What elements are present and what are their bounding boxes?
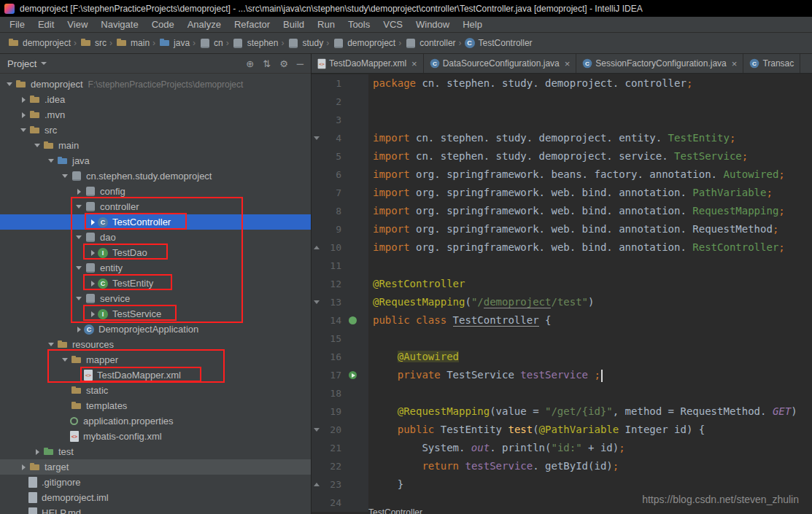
breadcrumb-cn[interactable]: cn <box>198 37 223 49</box>
tree-item-demoproject-iml[interactable]: demoproject.iml <box>0 490 311 505</box>
code-line-text: public class TestController { <box>368 311 551 330</box>
tree-item-application-properties[interactable]: application.properties <box>0 413 311 429</box>
breadcrumb-demoproject[interactable]: demoproject <box>7 37 71 49</box>
tree-item-dao[interactable]: dao <box>0 230 311 245</box>
close-tab-icon[interactable]: × <box>565 58 571 69</box>
menu-navigate[interactable]: Navigate <box>94 17 144 32</box>
code-editor[interactable]: 1package cn. stephen. study. demoproject… <box>312 74 812 514</box>
spring-bean-gutter-icon[interactable] <box>349 316 357 324</box>
tree-item-idea[interactable]: .idea <box>0 92 311 107</box>
tree-item-resources[interactable]: resources <box>0 337 311 352</box>
chevron-collapsed-icon[interactable] <box>74 189 84 195</box>
fold-end-marker-icon[interactable] <box>312 483 321 486</box>
tab-testdaomapper-xml[interactable]: <>TestDaoMapper.xml× <box>312 54 424 73</box>
chevron-expanded-icon[interactable] <box>32 144 42 147</box>
menu-file[interactable]: File <box>3 17 31 32</box>
tree-item-src[interactable]: src <box>0 122 311 138</box>
fold-marker-icon[interactable] <box>312 428 321 432</box>
menu-build[interactable]: Build <box>277 17 311 32</box>
breadcrumb-main[interactable]: main <box>115 37 150 49</box>
close-tab-icon[interactable]: × <box>732 58 738 69</box>
tree-item-testdaomapper-xml[interactable]: <>TestDaoMapper.xml <box>0 367 311 383</box>
tree-item-demoprojectapplication[interactable]: CDemoprojectApplication <box>0 322 311 337</box>
tree-item-service[interactable]: service <box>0 291 311 306</box>
line-number: 16 <box>321 348 341 366</box>
chevron-collapsed-icon[interactable] <box>88 281 98 287</box>
chevron-down-icon[interactable] <box>41 62 47 65</box>
breadcrumb-controller[interactable]: controller <box>404 37 455 49</box>
tree-item-mapper[interactable]: mapper <box>0 352 311 367</box>
chevron-expanded-icon[interactable] <box>74 297 84 300</box>
chevron-collapsed-icon[interactable] <box>32 449 42 455</box>
tree-item-mybatis-config-xml[interactable]: <>mybatis-config.xml <box>0 429 311 444</box>
tree-item-help-md[interactable]: HELP.md <box>0 505 311 514</box>
chevron-expanded-icon[interactable] <box>74 235 84 239</box>
menu-help[interactable]: Help <box>456 17 489 32</box>
menu-code[interactable]: Code <box>145 17 181 32</box>
expand-collapse-icon[interactable]: ⇅ <box>263 58 271 69</box>
breadcrumb-java[interactable]: java <box>158 37 190 49</box>
line-number: 20 <box>321 421 341 439</box>
chevron-expanded-icon[interactable] <box>60 174 70 178</box>
chevron-collapsed-icon[interactable] <box>88 250 98 256</box>
menu-edit[interactable]: Edit <box>31 17 61 32</box>
menu-refactor[interactable]: Refactor <box>228 17 277 32</box>
chevron-expanded-icon[interactable] <box>60 358 70 362</box>
locate-file-icon[interactable]: ⊕ <box>246 58 254 69</box>
menu-view[interactable]: View <box>61 17 94 32</box>
breadcrumb-label: src <box>95 38 107 48</box>
chevron-collapsed-icon[interactable] <box>88 311 98 317</box>
menu-vcs[interactable]: VCS <box>376 17 409 32</box>
breadcrumb-src[interactable]: src <box>80 37 107 49</box>
tree-item-testentity[interactable]: CTestEntity <box>0 276 311 291</box>
tree-item-config[interactable]: config <box>0 184 311 199</box>
code-line: 4import cn. stephen. study. demoproject.… <box>312 129 812 147</box>
tree-item-test[interactable]: test <box>0 444 311 459</box>
tab-sessionfactoryconfiguration-java[interactable]: CSessionFactoryConfiguration.java× <box>576 54 743 73</box>
tree-item-testdao[interactable]: ITestDao <box>0 245 311 260</box>
tree-item-main[interactable]: main <box>0 138 311 153</box>
autowired-dependency-gutter-icon[interactable] <box>349 371 357 379</box>
tree-item-entity[interactable]: entity <box>0 260 311 276</box>
close-tab-icon[interactable]: × <box>411 58 417 69</box>
menu-tools[interactable]: Tools <box>341 17 376 32</box>
tree-item-cn-stephen-study-demoproject[interactable]: cn.stephen.study.demoproject <box>0 168 311 184</box>
breadcrumb-stephen[interactable]: stephen <box>232 37 279 49</box>
project-panel-title[interactable]: Project <box>7 58 36 69</box>
breadcrumb-demoproject[interactable]: demoproject <box>332 37 395 49</box>
chevron-expanded-icon[interactable] <box>46 343 56 346</box>
tree-item-testservice[interactable]: ITestService <box>0 306 311 322</box>
menu-window[interactable]: Window <box>409 17 456 32</box>
tree-item-demoproject[interactable]: demoprojectF:\stephenPracticeProjects\de… <box>0 77 311 92</box>
hide-panel-icon[interactable]: ─ <box>297 58 303 69</box>
tab-transac[interactable]: CTransac <box>743 54 800 73</box>
chevron-expanded-icon[interactable] <box>74 205 84 209</box>
fold-marker-icon[interactable] <box>312 300 321 304</box>
breadcrumb-testcontroller[interactable]: CTestController <box>465 38 533 48</box>
chevron-expanded-icon[interactable] <box>74 266 84 270</box>
tree-item-java[interactable]: java <box>0 153 311 168</box>
tree-item-mvn[interactable]: .mvn <box>0 107 311 122</box>
menu-analyze[interactable]: Analyze <box>181 17 228 32</box>
chevron-collapsed-icon[interactable] <box>18 112 28 118</box>
chevron-collapsed-icon[interactable] <box>18 464 28 470</box>
tab-datasourceconfiguration-java[interactable]: CDataSourceConfiguration.java× <box>424 54 577 73</box>
chevron-expanded-icon[interactable] <box>18 128 28 132</box>
breadcrumb-study[interactable]: study <box>287 37 323 49</box>
chevron-collapsed-icon[interactable] <box>18 97 28 103</box>
settings-gear-icon[interactable]: ⚙ <box>279 58 288 69</box>
tree-item-controller[interactable]: controller <box>0 199 311 214</box>
tree-item-templates[interactable]: templates <box>0 398 311 413</box>
fold-marker-icon[interactable] <box>312 136 321 140</box>
tree-item-gitignore[interactable]: .gitignore <box>0 475 311 490</box>
tree-item-testcontroller[interactable]: CTestController <box>0 214 311 230</box>
chevron-collapsed-icon[interactable] <box>74 327 84 332</box>
chevron-collapsed-icon[interactable] <box>88 219 98 225</box>
menu-run[interactable]: Run <box>311 17 341 32</box>
tree-item-static[interactable]: static <box>0 383 311 398</box>
chevron-expanded-icon[interactable] <box>46 159 56 163</box>
chevron-expanded-icon[interactable] <box>4 82 15 86</box>
fold-end-marker-icon[interactable] <box>312 246 321 249</box>
tab-label: Transac <box>762 58 794 69</box>
tree-item-target[interactable]: target <box>0 459 311 475</box>
